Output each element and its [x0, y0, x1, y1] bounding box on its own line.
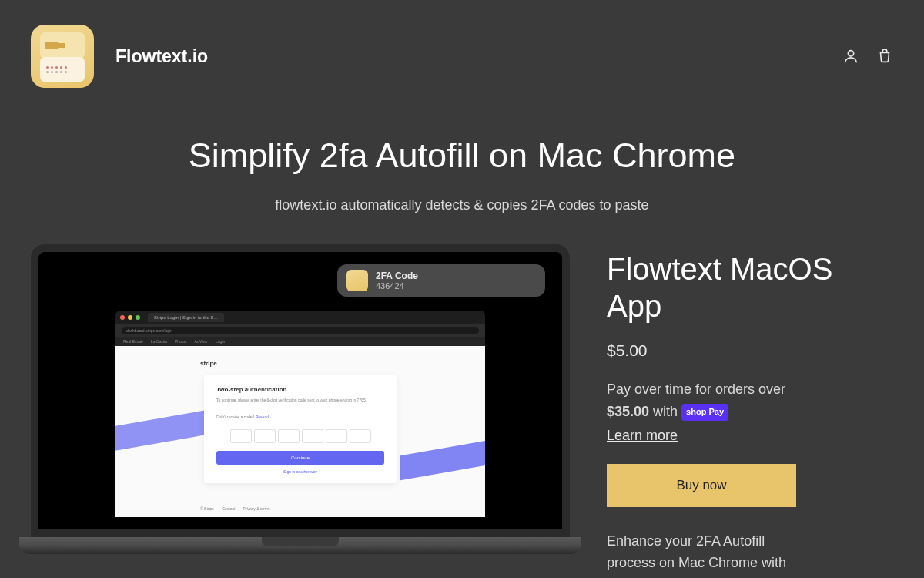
header: Flowtext.io	[0, 0, 924, 103]
pay-over-amount: $35.00	[607, 404, 649, 419]
pay-over-time: Pay over time for orders over $35.00 wit…	[607, 378, 893, 423]
product-image: 2FA Code 436424 Stripe Login | Sign in t…	[31, 244, 570, 554]
logo-icon[interactable]	[31, 25, 94, 88]
stripe-footer: © Stripe Contact Privacy & terms	[200, 506, 270, 511]
browser-address-bar: dashboard.stripe.com/login	[116, 324, 485, 337]
header-right	[842, 48, 893, 65]
footer-copyright: © Stripe	[200, 506, 214, 511]
traffic-lights	[120, 315, 140, 320]
continue-button: Continue	[216, 451, 384, 465]
footer-contact: Contact	[222, 506, 235, 511]
auth-card: Two-step authentication To continue, ple…	[204, 375, 397, 483]
bookmark: Photos	[175, 339, 187, 344]
code-input-boxes	[216, 429, 384, 443]
notification-title: 2FA Code	[376, 271, 418, 281]
auth-title: Two-step authentication	[216, 386, 384, 393]
brand-name[interactable]: Flowtext.io	[116, 46, 208, 67]
url-box: dashboard.stripe.com/login	[122, 327, 479, 334]
decorative-stripe	[400, 437, 485, 481]
decorative-stripe	[116, 410, 208, 454]
header-left: Flowtext.io	[31, 25, 208, 88]
cart-icon[interactable]	[876, 48, 893, 65]
footer-privacy: Privacy & terms	[243, 506, 270, 511]
signin-alt-link: Sign in another way	[216, 469, 384, 474]
auth-description: To continue, please enter the 6-digit ve…	[216, 398, 384, 403]
learn-more-link[interactable]: Learn more	[607, 428, 893, 444]
bookmark: Login	[216, 339, 225, 344]
laptop-mockup: 2FA Code 436424 Stripe Login | Sign in t…	[31, 244, 570, 554]
bookmark: AdVisor	[195, 339, 208, 344]
browser-tabs: Stripe Login | Sign in to the S...	[116, 311, 485, 324]
product-description: Enhance your 2FA Autofill process on Mac…	[607, 530, 799, 578]
bookmarks-bar: Real Estate La Casita Photos AdVisor Log…	[116, 337, 485, 346]
product-info: Flowtext MacOS App $5.00 Pay over time f…	[607, 244, 893, 578]
notification-code: 436424	[376, 281, 418, 291]
bookmark: Real Estate	[123, 339, 143, 344]
product-title: Flowtext MacOS App	[607, 250, 893, 324]
pay-over-with: with	[653, 404, 678, 419]
browser-window: Stripe Login | Sign in to the S... dashb…	[116, 311, 485, 517]
shop-pay-badge: shop Pay	[681, 404, 728, 421]
buy-now-button[interactable]: Buy now	[607, 464, 796, 507]
auth-resend-link: Resend.	[256, 415, 270, 419]
stripe-logo: stripe	[200, 360, 217, 367]
notification-app-icon	[346, 270, 368, 291]
laptop-base	[19, 537, 581, 554]
browser-content: stripe Two-step authentication To contin…	[116, 346, 485, 517]
browser-tab: Stripe Login | Sign in to the S...	[148, 313, 224, 322]
auth-resend-prefix: Didn't receive a code?	[216, 415, 256, 419]
product-price: $5.00	[607, 341, 893, 360]
bookmark: La Casita	[151, 339, 167, 344]
hero-title: Simplify 2fa Autofill on Mac Chrome	[0, 136, 924, 176]
pay-over-prefix: Pay over time for orders over	[607, 381, 785, 397]
main: 2FA Code 436424 Stripe Login | Sign in t…	[0, 213, 924, 578]
svg-point-0	[848, 51, 853, 56]
hero-subtitle: flowtext.io automatically detects & copi…	[0, 197, 924, 213]
laptop-screen: 2FA Code 436424 Stripe Login | Sign in t…	[31, 244, 570, 537]
user-icon[interactable]	[842, 48, 859, 65]
notification-popup: 2FA Code 436424	[337, 264, 545, 297]
hero: Simplify 2fa Autofill on Mac Chrome flow…	[0, 136, 924, 213]
